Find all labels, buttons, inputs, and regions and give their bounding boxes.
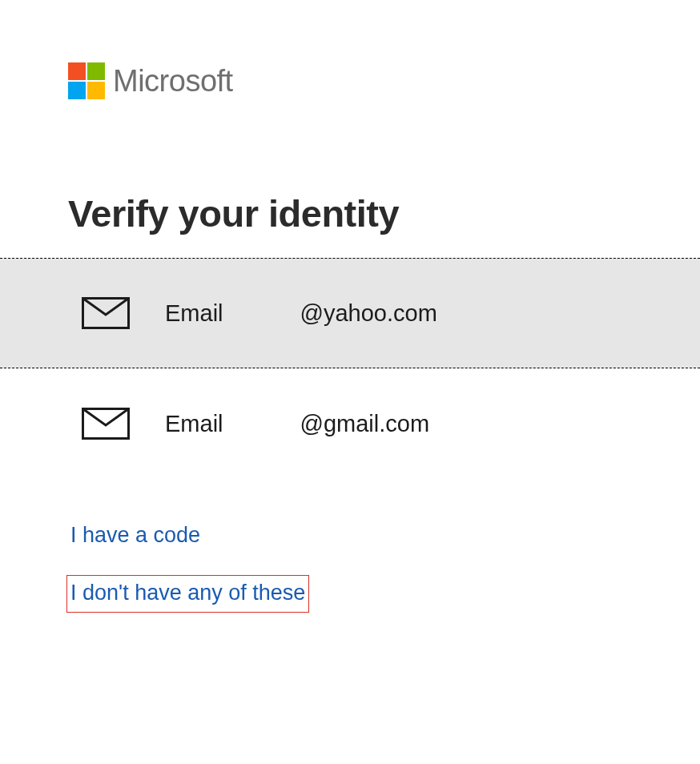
option-label: Email bbox=[165, 411, 223, 437]
option-value: @yahoo.com bbox=[300, 300, 437, 327]
links-section: I have a code I don't have any of these bbox=[0, 479, 700, 640]
none-of-these-link[interactable]: I don't have any of these bbox=[66, 575, 309, 613]
microsoft-logo-icon bbox=[68, 62, 105, 99]
option-value: @gmail.com bbox=[300, 411, 430, 437]
brand-name: Microsoft bbox=[113, 64, 233, 99]
option-label: Email bbox=[165, 300, 223, 327]
header: Microsoft bbox=[0, 0, 700, 99]
verify-option-gmail[interactable]: Email @gmail.com bbox=[0, 368, 700, 479]
envelope-icon bbox=[82, 408, 130, 440]
have-code-link[interactable]: I have a code bbox=[70, 523, 200, 548]
verify-option-yahoo[interactable]: Email @yahoo.com bbox=[0, 258, 700, 368]
envelope-icon bbox=[82, 297, 130, 329]
page-title: Verify your identity bbox=[0, 99, 700, 235]
